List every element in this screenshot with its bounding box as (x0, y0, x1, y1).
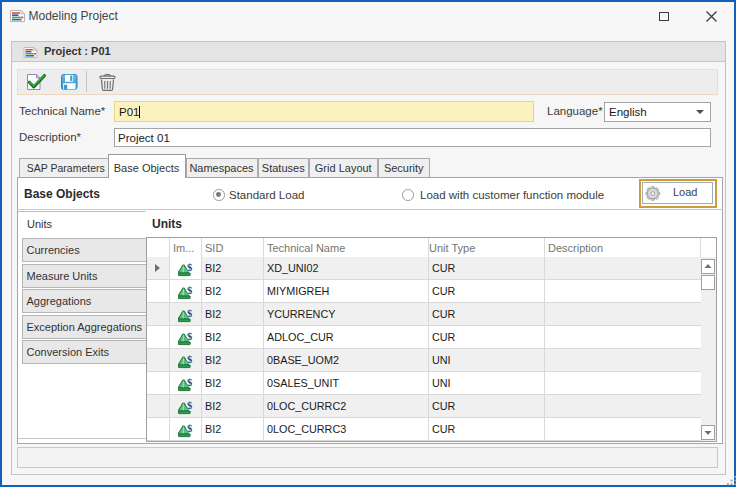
svg-text:$: $ (186, 399, 191, 410)
svg-text:$: $ (186, 284, 191, 295)
svg-text:$: $ (186, 261, 191, 272)
svg-text:$: $ (186, 353, 191, 364)
svg-text:$: $ (186, 307, 191, 318)
svg-text:$: $ (186, 330, 191, 341)
svg-text:$: $ (186, 422, 191, 433)
svg-text:$: $ (186, 376, 191, 387)
